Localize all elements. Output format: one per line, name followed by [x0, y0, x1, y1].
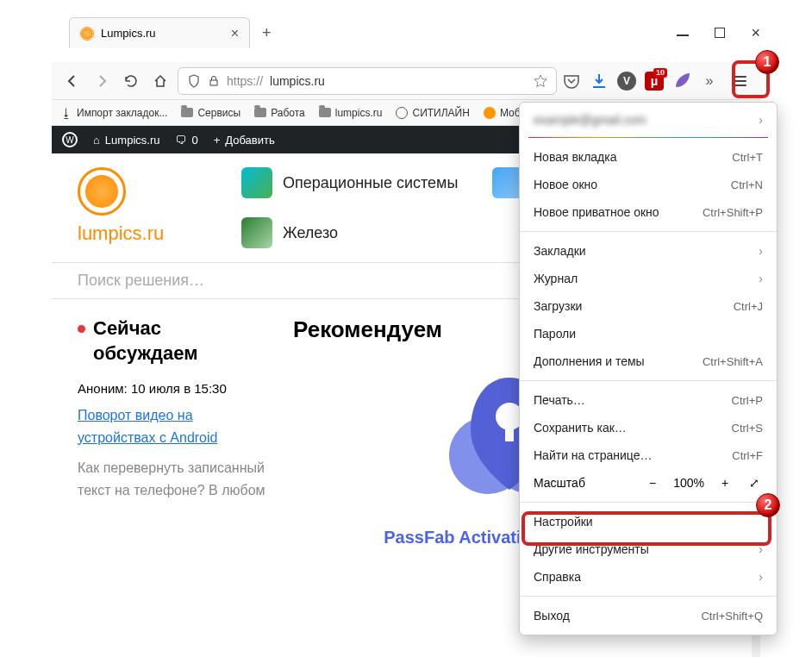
menu-downloads[interactable]: ЗагрузкиCtrl+J	[520, 292, 777, 320]
home-icon: ⌂	[93, 134, 100, 147]
plus-icon: +	[214, 134, 221, 147]
annotation-1-badge: 1	[755, 50, 779, 74]
maximize-button[interactable]	[715, 28, 725, 38]
lock-icon	[208, 75, 220, 87]
annotation-2-badge: 2	[756, 493, 780, 517]
pocket-icon[interactable]	[562, 72, 581, 91]
bookmark-star-icon[interactable]	[534, 74, 547, 88]
bookmark-lumpics[interactable]: lumpics.ru	[319, 107, 383, 119]
annotation-2-box	[522, 511, 771, 546]
extension-v-icon[interactable]: V	[617, 72, 636, 91]
close-window-button[interactable]: ×	[751, 24, 760, 42]
bookmark-citilayn[interactable]: СИТИЛАЙН	[396, 107, 469, 119]
folder-icon	[181, 108, 193, 117]
wp-comments[interactable]: 🗨0	[175, 134, 197, 147]
wp-site-link[interactable]: ⌂Lumpics.ru	[93, 134, 159, 147]
chevron-right-icon: ›	[759, 113, 763, 127]
discuss-box: Сейчас обсуждаем Аноним: 10 июля в 15:30…	[78, 316, 267, 550]
hardware-icon	[241, 217, 272, 248]
folder-icon	[254, 108, 266, 117]
extensions-icon[interactable]: »	[700, 72, 719, 91]
forward-button[interactable]	[90, 69, 114, 93]
menu-passwords[interactable]: Пароли	[520, 320, 777, 347]
site-logo[interactable]	[78, 167, 126, 216]
globe-icon	[396, 107, 408, 119]
discuss-link[interactable]: Поворот видео на устройствах с Android	[78, 408, 217, 445]
ok-icon	[484, 107, 496, 119]
menu-divider-gradient	[528, 137, 768, 138]
home-button[interactable]	[148, 69, 172, 93]
url-protocol: https://	[227, 74, 263, 88]
menu-print[interactable]: Печать…Ctrl+P	[520, 386, 777, 414]
category-os[interactable]: Операционные системы	[241, 167, 458, 198]
chevron-right-icon: ›	[759, 570, 763, 584]
close-tab-icon[interactable]: ×	[231, 26, 239, 41]
menu-zoom: Масштаб − 100% + ⤢	[520, 469, 777, 497]
tab-title: Lumpics.ru	[101, 27, 224, 40]
feather-icon[interactable]	[672, 72, 691, 91]
svg-rect-4	[505, 422, 514, 441]
menu-history[interactable]: Журнал›	[520, 265, 777, 292]
chevron-right-icon: ›	[759, 272, 763, 285]
bookmark-import[interactable]: ⭳Импорт закладок...	[60, 106, 167, 120]
menu-addons[interactable]: Дополнения и темыCtrl+Shift+A	[520, 347, 777, 375]
adblock-icon[interactable]: μ10	[645, 72, 664, 91]
chevron-right-icon: ›	[759, 244, 763, 258]
menu-account[interactable]: example@gmail.com ›	[520, 103, 777, 137]
menu-find[interactable]: Найти на странице…Ctrl+F	[520, 441, 777, 469]
category-hardware[interactable]: Железо	[241, 217, 458, 248]
tab-favicon	[80, 27, 94, 41]
svg-rect-0	[210, 80, 217, 85]
menu-exit[interactable]: ВыходCtrl+Shift+Q	[520, 602, 777, 629]
site-logo-text: lumpics.ru	[78, 222, 207, 245]
zoom-in-button[interactable]: +	[716, 476, 734, 490]
fullscreen-button[interactable]: ⤢	[746, 476, 763, 490]
menu-new-tab[interactable]: Новая вкладкаCtrl+T	[520, 143, 777, 171]
os-icon	[241, 167, 272, 198]
new-tab-button[interactable]: +	[262, 24, 272, 42]
folder-icon	[319, 108, 331, 117]
discuss-desc: Как перевернуть записанный текст на теле…	[78, 457, 267, 501]
shield-icon	[187, 74, 201, 88]
wp-add-new[interactable]: +Добавить	[214, 134, 275, 147]
discuss-meta: Аноним: 10 июля в 15:30	[78, 381, 267, 396]
url-bar[interactable]: https://lumpics.ru	[178, 67, 557, 95]
menu-bookmarks[interactable]: Закладки›	[520, 237, 777, 265]
bookmark-work[interactable]: Работа	[254, 107, 305, 119]
zoom-out-button[interactable]: −	[644, 476, 661, 490]
reload-button[interactable]	[119, 69, 143, 93]
comment-icon: 🗨	[175, 134, 186, 147]
minimize-button[interactable]	[677, 34, 689, 36]
menu-help[interactable]: Справка›	[520, 563, 777, 591]
menu-new-private[interactable]: Новое приватное окноCtrl+Shift+P	[520, 198, 777, 226]
browser-tab[interactable]: Lumpics.ru ×	[69, 17, 250, 48]
menu-new-window[interactable]: Новое окноCtrl+N	[520, 171, 777, 198]
back-button[interactable]	[60, 69, 84, 93]
url-host: lumpics.ru	[270, 74, 325, 88]
main-menu: example@gmail.com › Новая вкладкаCtrl+T …	[519, 102, 778, 635]
bookmark-services[interactable]: Сервисы	[181, 107, 240, 119]
zoom-value: 100%	[673, 476, 704, 490]
download-icon[interactable]	[590, 72, 609, 91]
discuss-heading: Сейчас обсуждаем	[78, 316, 267, 366]
menu-save[interactable]: Сохранить как…Ctrl+S	[520, 414, 777, 441]
wp-logo-icon[interactable]: W	[62, 132, 78, 147]
